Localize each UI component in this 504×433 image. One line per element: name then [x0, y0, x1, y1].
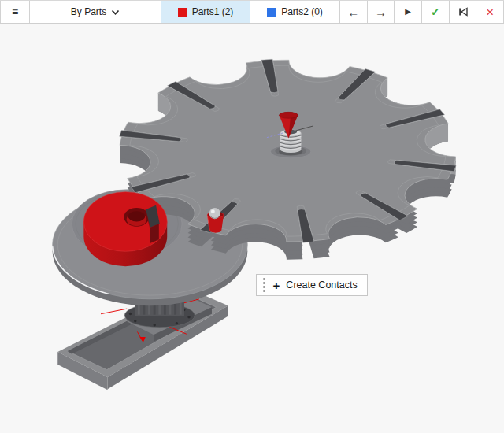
drag-handle-icon[interactable]: [261, 278, 267, 292]
drive-cam-part[interactable]: [83, 192, 167, 267]
geneva-mechanism-canvas[interactable]: [0, 24, 504, 433]
previous-button[interactable]: ←: [340, 1, 368, 23]
tab-parts1[interactable]: Parts1 (2): [161, 1, 250, 23]
left-arrow-icon: ←: [347, 6, 359, 18]
application-window: ≡ By Parts Parts1 (2) Parts2 (0) ← → ▶ ✓: [0, 0, 504, 433]
menu-button[interactable]: ≡: [0, 1, 30, 23]
tab-parts1-label: Parts1 (2): [192, 6, 234, 17]
parts1-color-swatch: [178, 8, 187, 17]
play-button[interactable]: ▶: [395, 1, 422, 23]
dropdown-caret-icon: [111, 9, 120, 16]
parts2-color-swatch: [267, 8, 276, 17]
close-button[interactable]: ×: [476, 1, 504, 23]
create-contacts-label: Create Contacts: [286, 279, 357, 291]
close-icon: ×: [486, 6, 494, 19]
play-icon: ▶: [405, 8, 411, 16]
by-parts-label: By Parts: [71, 6, 106, 17]
skip-to-start-icon: [457, 6, 469, 17]
right-arrow-icon: →: [375, 6, 387, 18]
accept-button[interactable]: ✓: [422, 1, 450, 23]
tab-parts2[interactable]: Parts2 (0): [250, 1, 340, 23]
tab-parts2-label: Parts2 (0): [281, 6, 323, 17]
next-button[interactable]: →: [368, 1, 395, 23]
checkmark-icon: ✓: [431, 6, 440, 17]
menu-icon: ≡: [12, 6, 18, 18]
3d-viewport[interactable]: + Create Contacts: [0, 24, 504, 433]
skip-to-start-button[interactable]: [450, 1, 477, 23]
by-parts-dropdown[interactable]: By Parts: [30, 1, 161, 23]
create-contacts-button[interactable]: + Create Contacts: [256, 274, 368, 296]
plus-icon: +: [273, 279, 280, 291]
simulation-toolbar: ≡ By Parts Parts1 (2) Parts2 (0) ← → ▶ ✓: [0, 0, 504, 24]
